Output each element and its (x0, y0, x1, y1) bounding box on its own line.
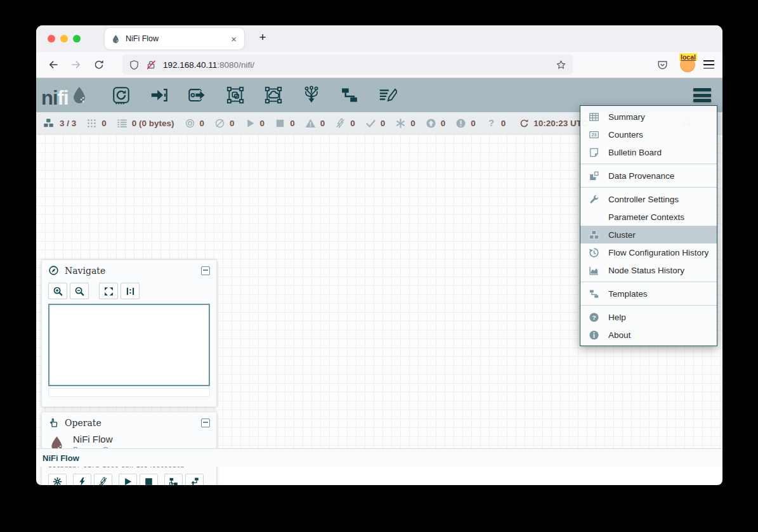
insecure-lock-icon[interactable] (146, 60, 157, 70)
shield-icon[interactable] (129, 60, 140, 70)
summary-icon (589, 112, 599, 122)
remote-process-group-toolbar-icon[interactable] (264, 86, 283, 105)
menu-item-controller-settings[interactable]: Controller Settings (580, 190, 717, 208)
reload-icon[interactable] (93, 59, 105, 70)
menu-item-label: Parameter Contexts (608, 212, 684, 222)
menu-item-summary[interactable]: Summary (580, 108, 717, 126)
valid-icon (365, 118, 376, 129)
collapse-navigate-button[interactable] (201, 266, 210, 275)
menu-item-label: Node Status History (608, 266, 684, 275)
operate-title: Operate (65, 418, 201, 428)
stat-up-to-date: 0 (426, 118, 446, 129)
history-icon (589, 247, 599, 258)
stat-transmitting: 0 (185, 118, 205, 129)
start-button[interactable] (119, 474, 137, 485)
component-toolbar (112, 86, 397, 105)
browser-tab[interactable]: NiFi Flow × (105, 28, 244, 49)
birdseye-minimap[interactable] (48, 304, 210, 386)
menu-item-flow-configuration-history[interactable]: Flow Configuration History (580, 243, 717, 261)
tab-strip: NiFi Flow × + (36, 25, 722, 52)
new-tab-button[interactable]: + (254, 30, 271, 44)
menu-item-parameter-contexts[interactable]: Parameter Contexts (580, 208, 717, 226)
browser-menu-icon[interactable] (703, 60, 714, 69)
menu-item-bulletin-board[interactable]: Bulletin Board (580, 143, 717, 161)
minimize-window-button[interactable] (60, 35, 68, 42)
zoom-fit-button[interactable] (99, 283, 118, 299)
bookmark-star-icon[interactable] (556, 60, 566, 70)
stat-value: 3 / 3 (60, 119, 76, 128)
menu-separator (580, 282, 717, 282)
stat-invalid: 0 (395, 118, 415, 129)
navigate-title: Navigate (65, 266, 201, 276)
stat-not-transmitting: 0 (214, 118, 235, 129)
global-menu-button[interactable] (693, 88, 711, 102)
queued-icon (117, 118, 127, 129)
configure-button[interactable] (48, 474, 67, 485)
back-icon[interactable] (48, 59, 59, 70)
menu-item-help[interactable]: ?Help (580, 308, 717, 326)
funnel-toolbar-icon[interactable] (302, 86, 321, 105)
input-port-toolbar-icon[interactable] (150, 86, 169, 105)
svg-text:?: ? (488, 118, 494, 128)
bolt-icon (77, 477, 87, 485)
close-tab-icon[interactable]: × (230, 34, 238, 44)
menu-item-label: Data Provenance (608, 171, 674, 181)
process-group-toolbar-icon[interactable] (226, 86, 245, 105)
url-bar[interactable]: 192.168.40.11:8080/nifi/ (122, 55, 573, 75)
cluster-icon (589, 230, 599, 240)
stat-grid: 0 (86, 118, 107, 129)
stat-value: 0 (471, 119, 476, 128)
actual-size-button[interactable] (121, 283, 140, 299)
label-toolbar-icon[interactable] (378, 86, 397, 105)
menu-item-about[interactable]: About (580, 326, 717, 344)
gear-icon (53, 477, 62, 485)
svg-text:23: 23 (592, 133, 597, 138)
upload-template-button[interactable] (185, 474, 204, 485)
upload-template-icon (190, 477, 199, 485)
stat-running: 0 (245, 118, 265, 129)
zoom-window-button[interactable] (73, 35, 81, 42)
stat-value: 0 (230, 119, 235, 128)
refresh-icon[interactable] (519, 119, 529, 128)
help-icon: ? (589, 312, 599, 323)
disable-button[interactable] (94, 474, 112, 485)
last-refresh-clock[interactable]: 10:20:23 UTC (519, 119, 588, 128)
stat-queued: 0 (0 bytes) (117, 118, 174, 129)
menu-item-templates[interactable]: Templates (580, 285, 717, 302)
stat-value: 0 (501, 119, 506, 128)
template-toolbar-icon[interactable] (340, 86, 359, 105)
processor-toolbar-icon[interactable] (112, 86, 131, 105)
bolt-slash-icon (98, 477, 108, 485)
counters-icon: 23 (589, 129, 599, 140)
menu-item-data-provenance[interactable]: Data Provenance (580, 167, 717, 185)
save-template-button[interactable] (164, 474, 183, 485)
close-window-button[interactable] (48, 35, 55, 42)
collapse-operate-button[interactable] (201, 418, 210, 427)
menu-item-label: Bulletin Board (608, 148, 662, 157)
browser-navbar: 192.168.40.11:8080/nifi/ (36, 52, 722, 78)
menu-item-label: Controller Settings (608, 195, 679, 204)
bulletin-icon (589, 147, 599, 158)
menu-item-counters[interactable]: 23Counters (580, 126, 717, 143)
zoom-in-button[interactable] (48, 283, 67, 299)
enable-button[interactable] (73, 474, 91, 485)
menu-item-node-status-history[interactable]: Node Status History (580, 261, 717, 279)
logo-text-ni: ni (41, 90, 58, 107)
stat-value: 0 (260, 119, 265, 128)
zoom-out-button[interactable] (70, 283, 89, 299)
profile-badge: local (679, 53, 697, 61)
breadcrumb[interactable]: NiFi Flow (42, 453, 79, 463)
global-menu: Summary23CountersBulletin BoardData Prov… (580, 105, 717, 346)
stat-sync-question: ?0 (486, 118, 506, 129)
menu-item-cluster[interactable]: Cluster (580, 226, 717, 243)
disabled-icon (335, 118, 346, 129)
output-port-toolbar-icon[interactable] (188, 86, 207, 105)
stop-button[interactable] (140, 474, 158, 485)
birdseye-strip[interactable] (48, 388, 210, 397)
chart-icon (589, 265, 599, 276)
stat-value: 0 (290, 119, 295, 128)
hand-icon (48, 417, 59, 428)
pocket-icon[interactable] (657, 59, 669, 71)
up-to-date-icon (426, 118, 436, 129)
invalid-icon (395, 118, 406, 129)
